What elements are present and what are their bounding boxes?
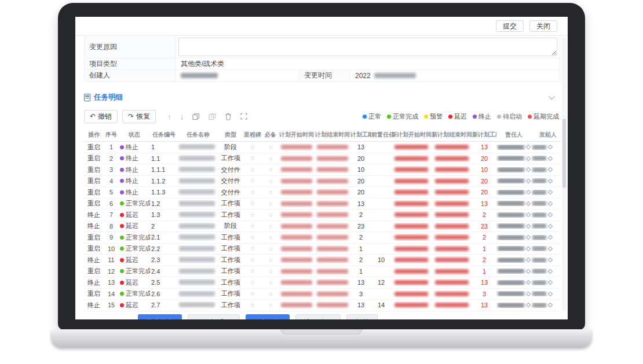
status-label: 正常完成 bbox=[126, 289, 150, 298]
duplicate-icon[interactable] bbox=[209, 113, 216, 120]
new-planned-start-cell bbox=[391, 211, 432, 218]
planned-start-cell bbox=[279, 211, 315, 218]
close-button[interactable]: 关闭 bbox=[529, 20, 557, 32]
row-action-link[interactable]: 终止 bbox=[87, 279, 100, 286]
redo-label: 恢复 bbox=[136, 112, 150, 122]
milestone-star-icon[interactable]: ☆ bbox=[250, 234, 255, 241]
status-label: 终止 bbox=[126, 188, 138, 197]
required-circle-icon[interactable]: ○ bbox=[269, 155, 273, 162]
task-name-redacted bbox=[179, 291, 215, 296]
row-index: 13 bbox=[104, 279, 119, 286]
planned-end-cell bbox=[315, 302, 350, 308]
milestone-star-icon[interactable]: ☆ bbox=[250, 177, 255, 184]
required-circle-icon[interactable]: ○ bbox=[269, 166, 273, 173]
tab-2[interactable]: 项目组成员 bbox=[188, 314, 240, 319]
initiator-redacted bbox=[532, 167, 546, 172]
tag-icon bbox=[548, 190, 553, 194]
form-row-creator: 创建人 变更时间 2022 bbox=[85, 69, 560, 81]
new-planned-start-redacted bbox=[394, 179, 428, 183]
vertical-scrollbar[interactable] bbox=[562, 38, 567, 311]
milestone-star-icon[interactable]: ☆ bbox=[250, 155, 255, 161]
row-action-link[interactable]: 终止 bbox=[87, 222, 100, 229]
required-circle-icon[interactable]: ○ bbox=[269, 291, 273, 297]
required-circle-icon[interactable]: ○ bbox=[269, 234, 273, 241]
row-action-link[interactable]: 重启 bbox=[87, 267, 100, 274]
required-circle-icon[interactable]: ○ bbox=[269, 256, 273, 263]
row-action-link[interactable]: 重启 bbox=[87, 234, 100, 241]
copy-icon[interactable] bbox=[192, 113, 200, 120]
required-circle-icon[interactable]: ○ bbox=[269, 223, 273, 230]
required-circle-icon[interactable]: ○ bbox=[269, 178, 273, 185]
row-action-link[interactable]: 重启 bbox=[87, 177, 100, 184]
tab-3[interactable]: 任务明细 bbox=[246, 314, 290, 319]
required-circle-icon[interactable]: ○ bbox=[269, 144, 273, 150]
legend-dot bbox=[497, 115, 501, 119]
milestone-star-icon[interactable]: ☆ bbox=[250, 222, 255, 229]
move-down-icon[interactable]: ↓ bbox=[180, 113, 184, 120]
row-action-link[interactable]: 重启 bbox=[87, 200, 100, 207]
row-action-link[interactable]: 重启 bbox=[87, 245, 100, 252]
task-number: 2.4 bbox=[150, 268, 178, 275]
planned-start-redacted bbox=[281, 201, 312, 206]
milestone-star-icon[interactable]: ☆ bbox=[250, 279, 255, 286]
milestone-star-icon[interactable]: ☆ bbox=[250, 144, 255, 150]
tab-4[interactable]: 流程处理 bbox=[295, 314, 341, 319]
undo-button[interactable]: ↶ 撤销 bbox=[84, 110, 118, 123]
planned-start-cell bbox=[279, 155, 315, 162]
milestone-star-icon[interactable]: ☆ bbox=[250, 245, 255, 252]
planned-start-redacted bbox=[281, 280, 312, 285]
milestone-star-icon[interactable]: ☆ bbox=[250, 189, 255, 196]
scrollbar-thumb[interactable] bbox=[562, 119, 566, 188]
tab-5[interactable]: 相关 bbox=[346, 314, 378, 319]
new-planned-end-redacted bbox=[435, 258, 469, 262]
milestone-star-icon[interactable]: ☆ bbox=[250, 267, 255, 274]
row-action-link[interactable]: 终止 bbox=[87, 302, 100, 308]
chevron-down-icon[interactable] bbox=[549, 93, 555, 100]
required-circle-icon[interactable]: ○ bbox=[269, 268, 273, 275]
required-circle-icon[interactable]: ○ bbox=[269, 200, 273, 207]
owner-cell bbox=[496, 156, 531, 161]
row-action-link[interactable]: 重启 bbox=[87, 290, 100, 297]
task-name-redacted bbox=[179, 167, 215, 172]
required-circle-icon[interactable]: ○ bbox=[269, 245, 273, 252]
required-circle-icon[interactable]: ○ bbox=[269, 279, 273, 286]
planned-end-cell bbox=[315, 155, 350, 162]
fullscreen-icon[interactable] bbox=[240, 113, 247, 120]
milestone-star-icon[interactable]: ☆ bbox=[250, 211, 255, 218]
row-action-link[interactable]: 重启 bbox=[87, 189, 100, 196]
legend-item-3: 预警 bbox=[424, 112, 443, 121]
predecessor-task: 14 bbox=[371, 302, 391, 308]
owner-redacted bbox=[498, 145, 524, 150]
owner-cell bbox=[496, 212, 531, 218]
task-number: 2.2 bbox=[150, 245, 178, 252]
milestone-star-icon[interactable]: ☆ bbox=[250, 302, 255, 308]
redo-button[interactable]: ↷ 恢复 bbox=[122, 110, 156, 123]
tab-1[interactable]: 基本信息 bbox=[138, 314, 182, 319]
status-dot bbox=[120, 247, 124, 251]
new-planned-duration: 20 bbox=[472, 189, 496, 196]
planned-duration: 20 bbox=[350, 178, 371, 185]
milestone-star-icon[interactable]: ☆ bbox=[250, 256, 255, 263]
row-action-link[interactable]: 重启 bbox=[87, 144, 100, 150]
status-label: 延迟 bbox=[126, 301, 138, 310]
milestone-star-icon[interactable]: ☆ bbox=[250, 200, 255, 207]
required-circle-icon[interactable]: ○ bbox=[269, 302, 273, 308]
table-row: 重启 5 终止 1.1.3 交付件 ☆ ○ 20 20 bbox=[84, 187, 561, 198]
task-type: 工作项 bbox=[218, 211, 243, 219]
submit-button[interactable]: 提交 bbox=[496, 20, 524, 32]
required-circle-icon[interactable]: ○ bbox=[269, 211, 273, 218]
change-reason-input[interactable] bbox=[178, 38, 557, 56]
column-header-1: 操作 bbox=[84, 131, 104, 139]
initiator-redacted bbox=[532, 246, 546, 251]
required-circle-icon[interactable]: ○ bbox=[269, 189, 273, 196]
planned-end-redacted bbox=[317, 247, 348, 251]
row-action-link[interactable]: 终止 bbox=[87, 256, 100, 263]
milestone-star-icon[interactable]: ☆ bbox=[250, 166, 255, 173]
milestone-star-icon[interactable]: ☆ bbox=[250, 290, 255, 297]
planned-start-redacted bbox=[281, 292, 312, 296]
move-up-icon[interactable]: ↑ bbox=[167, 113, 171, 120]
row-action-link[interactable]: 终止 bbox=[87, 211, 100, 218]
row-action-link[interactable]: 重启 bbox=[87, 155, 100, 161]
row-action-link[interactable]: 重启 bbox=[87, 166, 100, 173]
delete-icon[interactable] bbox=[225, 113, 232, 120]
